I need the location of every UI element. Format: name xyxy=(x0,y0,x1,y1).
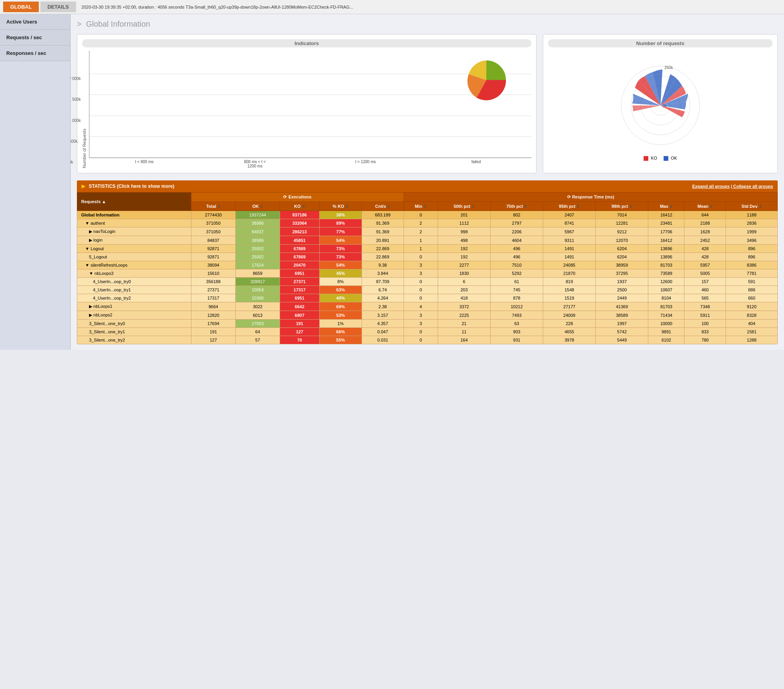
row-max: 13896 xyxy=(648,245,684,253)
row-min: 3 xyxy=(404,311,438,320)
col-total: Total ⇕ xyxy=(191,202,235,211)
col-max: Max ⇕ xyxy=(648,202,684,211)
row-max: 81703 xyxy=(648,261,684,269)
expand-all-link[interactable]: Expand all groups xyxy=(692,184,729,189)
sidebar-item-active-users[interactable]: Active Users xyxy=(0,14,70,30)
row-p99: 41369 xyxy=(596,302,648,311)
row-stddev: 896 xyxy=(726,253,778,261)
col-header-response: ⟳Response Time (ms) xyxy=(404,193,777,202)
row-p75: 2206 xyxy=(490,227,543,236)
y-label-0k: 0k xyxy=(71,160,73,164)
col-99th: 99th pct ⇕ xyxy=(596,202,648,211)
row-p95: 27177 xyxy=(543,302,596,311)
row-ko: 17317 xyxy=(280,286,320,294)
row-p95: 2407 xyxy=(543,211,596,219)
row-ko: 6951 xyxy=(280,294,320,302)
col-75th: 75th pct ⇕ xyxy=(490,202,543,211)
row-name: 5_Logout xyxy=(77,253,191,261)
row-max: 23481 xyxy=(648,219,684,227)
row-p95: 1548 xyxy=(543,286,596,294)
row-stddev: 3496 xyxy=(726,236,778,245)
row-name: ▼ Logout xyxy=(77,245,191,253)
row-cnts: 4.264 xyxy=(362,294,404,302)
row-p75: 4604 xyxy=(490,236,543,245)
row-cnts: 22.869 xyxy=(362,245,404,253)
ko-legend-dot xyxy=(644,156,648,161)
col-min: Min ⇕ xyxy=(404,202,438,211)
row-p75: 61 xyxy=(490,278,543,286)
row-min: 0 xyxy=(404,286,438,294)
row-total: 27371 xyxy=(191,286,235,294)
row-p75: 496 xyxy=(490,253,543,261)
row-name: ▼ silentRefreshLoops xyxy=(77,261,191,269)
stats-header-text: STATISTICS (Click here to show more) xyxy=(89,184,174,189)
row-stddev: 404 xyxy=(726,320,778,328)
section-title-arrow: > xyxy=(77,20,84,28)
row-p95: 9311 xyxy=(543,236,596,245)
row-ko-pct: 54% xyxy=(319,236,362,245)
row-p50: 6 xyxy=(438,278,490,286)
row-max: 13896 xyxy=(648,253,684,261)
sidebar-item-responses-sec[interactable]: Responses / sec xyxy=(0,45,70,61)
details-nav-button[interactable]: DETAILS xyxy=(40,2,76,12)
row-total: 17317 xyxy=(191,294,235,302)
row-p50: 164 xyxy=(438,336,490,344)
row-stddev: 896 xyxy=(726,245,778,253)
row-p75: 7493 xyxy=(490,311,543,320)
row-total: 371050 xyxy=(191,219,235,227)
row-cnts: 22.869 xyxy=(362,253,404,261)
row-ko-pct: 8% xyxy=(319,278,362,286)
y-label-1000k: 1 000k xyxy=(71,118,81,122)
row-p50: 3372 xyxy=(438,302,490,311)
row-p75: 2797 xyxy=(490,219,543,227)
row-name: 4_UserIn...oop_try0 xyxy=(77,278,191,286)
row-stddev: 686 xyxy=(726,286,778,294)
x-axis-labels: t < 800 ms 800 ms < t <1200 ms t > 1200 … xyxy=(89,158,531,168)
row-max: 17706 xyxy=(648,227,684,236)
main-layout: Active Users Requests / sec Responses / … xyxy=(0,14,784,350)
row-ok: 17503 xyxy=(235,320,280,328)
row-name: ▼ nbLoops3 xyxy=(77,269,191,278)
col-mean: Mean ⇕ xyxy=(684,202,726,211)
row-max: 10607 xyxy=(648,286,684,294)
row-p99: 6204 xyxy=(596,245,648,253)
col-ok: OK ⇕ xyxy=(235,202,280,211)
row-max: 6102 xyxy=(648,336,684,344)
global-nav-button[interactable]: GLOBAL xyxy=(3,2,39,12)
row-stddev: 591 xyxy=(726,278,778,286)
stats-header-row[interactable]: ▶ STATISTICS (Click here to show more) E… xyxy=(77,180,778,192)
sidebar-item-requests-sec[interactable]: Requests / sec xyxy=(0,30,70,45)
row-ko: 45851 xyxy=(280,236,320,245)
row-ok: 25002 xyxy=(235,253,280,261)
x-label-slow: t > 1200 ms xyxy=(314,160,417,168)
row-stddev: 1999 xyxy=(726,227,778,236)
row-name: ▶ navToLogin xyxy=(77,227,191,236)
table-row: 3_Silent...one_try1 191 64 127 66% 0.047… xyxy=(77,328,778,336)
row-max: 10000 xyxy=(648,320,684,328)
collapse-all-link[interactable]: Collapse all groups xyxy=(733,184,773,189)
row-ko: 286213 xyxy=(280,227,320,236)
row-total: 92871 xyxy=(191,253,235,261)
row-mean: 2452 xyxy=(684,236,726,245)
row-p75: 745 xyxy=(490,286,543,294)
row-mean: 7348 xyxy=(684,302,726,311)
row-name: ▶ login xyxy=(77,236,191,245)
row-total: 191 xyxy=(191,328,235,336)
x-label-medium: 800 ms < t <1200 ms xyxy=(204,160,306,168)
col-95th: 95th pct ⇕ xyxy=(543,202,596,211)
row-cnts: 9.38 xyxy=(362,261,404,269)
row-ko-pct: 89% xyxy=(319,219,362,227)
row-p95: 24009 xyxy=(543,311,596,320)
row-ok: 57 xyxy=(235,336,280,344)
row-ko: 191 xyxy=(280,320,320,328)
row-stddev: 7781 xyxy=(726,269,778,278)
row-p95: 819 xyxy=(543,278,596,286)
row-ko: 20470 xyxy=(280,261,320,269)
bar-chart-grid: 2 000k 1 500k 1 000k 500k 0k xyxy=(89,51,531,158)
row-min: 0 xyxy=(404,278,438,286)
polar-legend: KO OK xyxy=(644,156,677,161)
stats-header-label: ▶ STATISTICS (Click here to show more) xyxy=(82,184,175,189)
ko-legend-label: KO xyxy=(651,156,657,160)
row-p95: 8741 xyxy=(543,219,596,227)
row-ok: 38986 xyxy=(235,236,280,245)
